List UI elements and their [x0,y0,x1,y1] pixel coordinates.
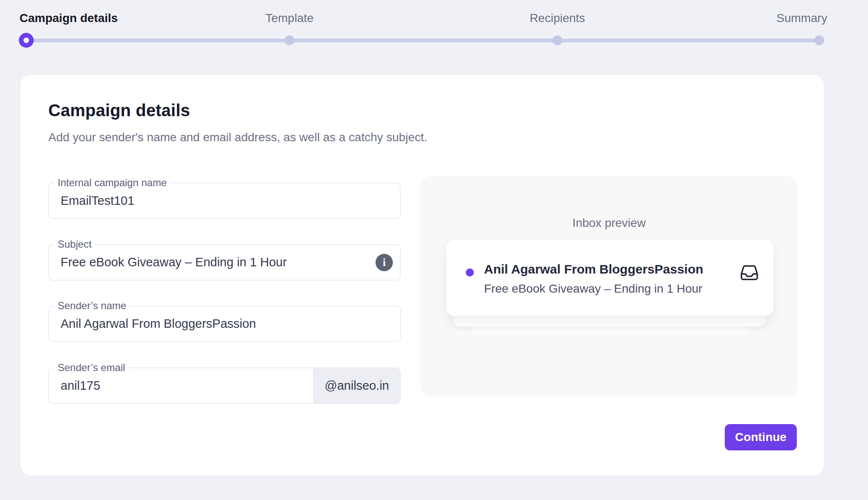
unread-dot [466,268,474,277]
stepper-track [26,39,819,42]
sender-email-field: Sender’s email @anilseo.in [48,368,401,404]
step-dot-recipients[interactable] [553,36,562,45]
subject-label: Subject [54,238,95,250]
preview-sender-name: Anil Agarwal From BloggersPassion [484,262,703,277]
preview-subject-line: Free eBook Giveaway – Ending in 1 Hour [484,282,703,296]
inbox-preview-card: Anil Agarwal From BloggersPassion Free e… [446,239,774,316]
continue-button[interactable]: Continue [725,424,797,450]
page-title: Campaign details [48,101,190,120]
sender-name-label: Sender’s name [54,300,130,312]
step-summary[interactable]: Summary [776,11,827,25]
step-dot-campaign-details[interactable] [19,33,34,48]
internal-campaign-name-field: Internal campaign name [48,183,401,219]
subject-field: Subject i [48,244,401,280]
step-dot-template[interactable] [285,36,295,45]
campaign-details-card: Campaign details Add your sender's name … [20,74,824,476]
step-recipients[interactable]: Recipients [530,11,585,25]
info-icon[interactable]: i [376,254,393,271]
sender-name-field: Sender’s name [48,306,401,342]
inbox-preview-panel: Inbox preview Anil Agarwal From Bloggers… [420,176,798,397]
inbox-icon [740,263,759,282]
step-template[interactable]: Template [265,11,314,25]
subject-input[interactable] [48,244,401,280]
page-subtitle: Add your sender's name and email address… [48,131,427,144]
internal-campaign-name-label: Internal campaign name [54,177,170,189]
campaign-wizard-page: Campaign details Template Recipients Sum… [0,0,868,500]
step-campaign-details[interactable]: Campaign details [19,11,118,25]
sender-email-label: Sender’s email [54,362,128,374]
step-dot-summary[interactable] [815,36,824,45]
email-domain-suffix: @anilseo.in [313,368,400,403]
inbox-preview-title: Inbox preview [420,216,798,230]
